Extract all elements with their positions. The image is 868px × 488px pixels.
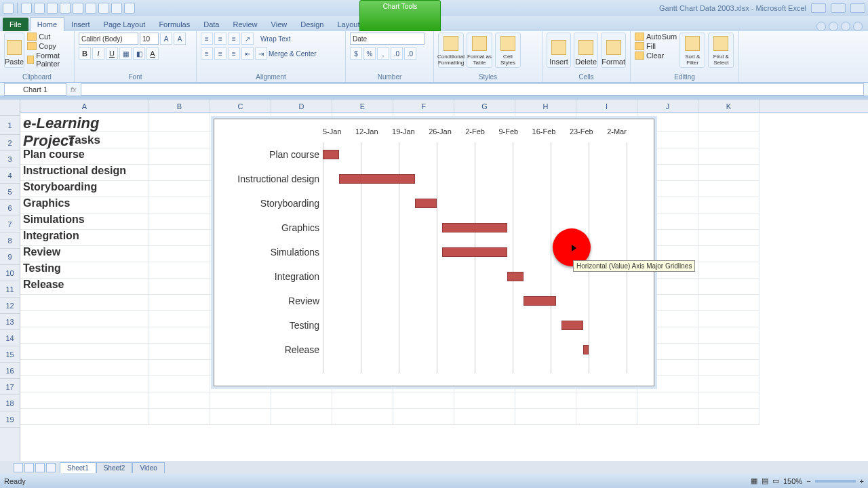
row-header[interactable]: 19 [0,411,20,428]
save-icon[interactable] [21,3,32,14]
minimize-button[interactable] [811,3,826,13]
align-bottom-icon[interactable]: ≡ [228,33,240,45]
col-header[interactable]: C [210,100,271,113]
row-header[interactable]: 18 [0,395,20,411]
increase-font-icon[interactable]: A [160,33,172,45]
fill-button[interactable]: Fill [635,42,677,50]
orientation-icon[interactable]: ↗ [241,33,254,45]
autosum-button[interactable]: AutoSum [635,33,677,41]
format-as-table-button[interactable]: Format as Table [467,33,492,68]
qat-icon[interactable] [85,3,96,14]
row-header[interactable]: 2 [0,135,20,151]
font-size-input[interactable] [140,33,159,45]
zoom-in-icon[interactable]: + [860,477,864,485]
paste-button[interactable]: Paste [4,33,24,68]
col-header[interactable]: G [454,100,515,113]
select-all-corner[interactable] [0,100,20,116]
formula-input[interactable] [81,83,864,96]
col-header[interactable]: H [515,100,576,113]
row-header[interactable]: 10 [0,265,20,281]
row-header[interactable]: 3 [0,151,20,167]
col-header[interactable]: I [576,100,637,113]
sheet-nav-prev-icon[interactable] [24,463,34,472]
name-box[interactable] [4,83,66,96]
merge-center-button[interactable]: Merge & Center [269,50,317,58]
col-header[interactable]: K [698,100,760,113]
tab-insert[interactable]: Insert [64,18,97,31]
conditional-formatting-button[interactable]: Conditional Formatting [438,33,464,68]
sheet-nav-last-icon[interactable] [46,463,56,472]
cut-button[interactable]: Cut [27,33,70,41]
qat-icon[interactable] [98,3,109,14]
tab-data[interactable]: Data [197,18,226,31]
font-color-button[interactable]: A [146,47,159,60]
col-header[interactable]: J [637,100,698,113]
row-header[interactable]: 13 [0,314,20,330]
row-header[interactable]: 6 [0,200,20,216]
tab-review[interactable]: Review [226,18,264,31]
qat-icon[interactable] [60,3,71,14]
underline-button[interactable]: U [106,47,118,60]
comma-icon[interactable]: , [377,47,389,60]
window-close-icon[interactable] [853,22,863,31]
minimize-ribbon-icon[interactable] [816,22,826,31]
zoom-level[interactable]: 150% [783,477,802,485]
decrease-font-icon[interactable]: A [174,33,186,45]
window-min-icon[interactable] [841,22,850,31]
format-painter-button[interactable]: Format Painter [27,52,70,68]
align-middle-icon[interactable]: ≡ [214,33,226,45]
sheet-tab[interactable]: Video [132,462,164,473]
row-header[interactable]: 17 [0,379,20,395]
col-header[interactable]: A [20,100,149,113]
wrap-text-button[interactable]: Wrap Text [260,35,291,43]
tab-page-layout[interactable]: Page Layout [97,18,153,31]
maximize-button[interactable] [831,3,846,13]
close-button[interactable] [850,3,865,13]
italic-button[interactable]: I [92,47,104,60]
align-left-icon[interactable]: ≡ [201,47,213,60]
sheet-tab[interactable]: Sheet2 [96,462,133,473]
dec-decimal-icon[interactable]: .0 [404,47,416,60]
row-header[interactable]: 9 [0,249,20,265]
align-center-icon[interactable]: ≡ [214,47,226,60]
zoom-out-icon[interactable]: − [806,477,810,485]
view-break-icon[interactable]: ▭ [772,476,779,485]
align-top-icon[interactable]: ≡ [201,33,213,45]
file-tab[interactable]: File [3,18,28,31]
sheet-tab[interactable]: Sheet1 [60,462,96,473]
sheet-nav-first-icon[interactable] [14,463,23,472]
tab-home[interactable]: Home [30,17,64,31]
row-header[interactable]: 1 [0,116,20,135]
row-header[interactable]: 11 [0,281,20,298]
row-header[interactable]: 8 [0,232,20,249]
font-name-input[interactable] [79,33,138,45]
row-header[interactable]: 4 [0,167,20,184]
format-cells-button[interactable]: Format [601,33,626,68]
sort-filter-button[interactable]: Sort & Filter [679,33,705,68]
col-header[interactable]: B [149,100,210,113]
undo-icon[interactable] [34,3,45,14]
col-header[interactable]: D [271,100,332,113]
redo-icon[interactable] [47,3,58,14]
border-button[interactable]: ▦ [119,47,132,60]
row-header[interactable]: 5 [0,184,20,200]
qat-icon[interactable] [111,3,122,14]
view-normal-icon[interactable]: ▦ [751,476,757,485]
percent-icon[interactable]: % [363,47,376,60]
cell-styles-button[interactable]: Cell Styles [495,33,521,68]
row-header[interactable]: 7 [0,216,20,232]
indent-inc-icon[interactable]: ⇥ [255,47,267,60]
fx-icon[interactable]: fx [71,85,77,94]
qat-icon[interactable] [124,3,135,14]
currency-icon[interactable]: $ [350,47,362,60]
align-right-icon[interactable]: ≡ [228,47,240,60]
clear-button[interactable]: Clear [635,52,677,60]
qat-icon[interactable] [73,3,83,14]
tab-formulas[interactable]: Formulas [152,18,197,31]
insert-cells-button[interactable]: Insert [547,33,571,68]
row-header[interactable]: 12 [0,298,20,314]
col-header[interactable]: F [393,100,454,113]
bold-button[interactable]: B [79,47,91,60]
tab-view[interactable]: View [264,18,294,31]
zoom-slider[interactable] [815,480,856,483]
